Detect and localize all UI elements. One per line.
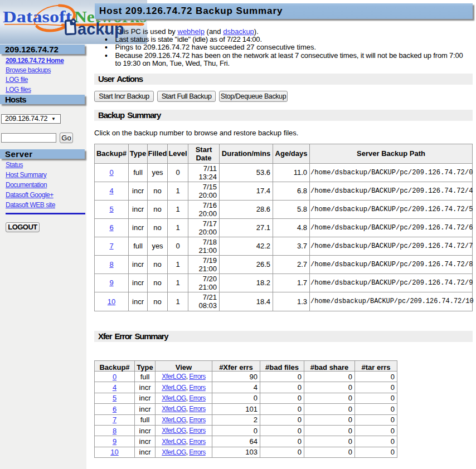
svg-text:Datasoft: Datasoft — [3, 7, 72, 26]
svg-text:ackup: ackup — [77, 20, 124, 38]
